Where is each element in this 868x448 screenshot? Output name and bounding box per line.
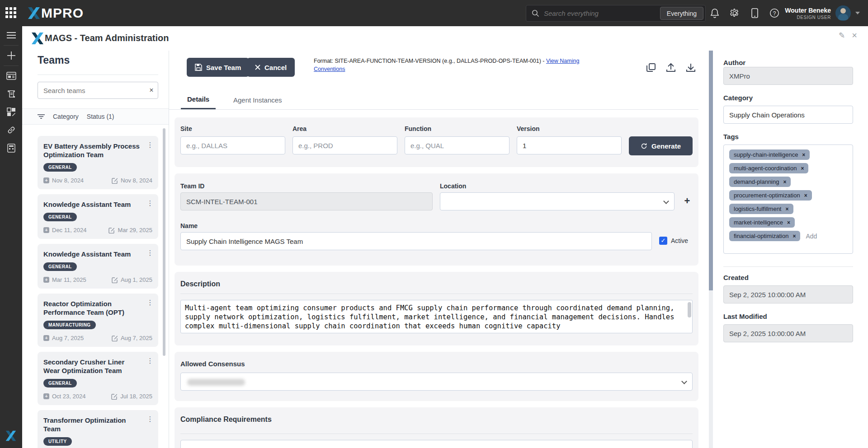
function-input[interactable] — [405, 136, 509, 154]
tag-pill[interactable]: market-intelligence × — [729, 217, 795, 228]
kebab-menu-icon[interactable]: ⋮ — [146, 357, 154, 365]
forms-icon[interactable] — [0, 85, 22, 103]
filter-status[interactable]: Status (1) — [87, 113, 114, 120]
remove-tag-icon[interactable]: × — [801, 165, 804, 172]
upload-icon[interactable] — [665, 62, 676, 73]
modules-blocks-icon[interactable] — [0, 103, 22, 121]
filter-icon[interactable] — [38, 114, 45, 119]
kebab-menu-icon[interactable]: ⋮ — [146, 415, 154, 423]
remove-tag-icon[interactable]: × — [804, 192, 807, 199]
created-label: Created — [723, 274, 749, 281]
kebab-menu-icon[interactable]: ⋮ — [146, 199, 154, 207]
generate-button[interactable]: Generate — [629, 136, 693, 155]
location-select[interactable] — [440, 192, 675, 210]
remove-tag-icon[interactable]: × — [793, 233, 796, 239]
description-scrollbar[interactable] — [688, 302, 691, 317]
team-card[interactable]: Reactor Optimization Performance Team (O… — [38, 294, 158, 347]
compliance-panel: Compliance Requirements — [175, 407, 698, 448]
kebab-menu-icon[interactable]: ⋮ — [146, 249, 154, 257]
menu-hamburger-icon[interactable] — [0, 26, 22, 44]
tag-pill[interactable]: financial-optimization × — [729, 231, 800, 241]
mobile-device-icon[interactable] — [750, 8, 760, 18]
teams-search-input[interactable] — [43, 87, 145, 94]
refresh-icon — [641, 143, 647, 149]
dashboards-icon[interactable] — [0, 67, 22, 85]
tags-box[interactable]: supply-chain-intelligence × multi-agent-… — [723, 145, 853, 254]
naming-format-hint: Format: SITE-AREA-FUNCTION-TEAM-VERSION … — [314, 57, 606, 73]
clear-search-icon[interactable]: × — [145, 86, 158, 94]
description-heading: Description — [180, 280, 220, 288]
tab-agent-instances[interactable]: Agent Instances — [227, 90, 288, 109]
add-new-icon[interactable] — [0, 47, 22, 65]
filter-category[interactable]: Category — [53, 113, 79, 120]
xmpro-bottom-logo[interactable] — [5, 430, 17, 443]
tab-details[interactable]: Details — [181, 90, 216, 109]
details-sidebar: Author Category Tags supply-chain-intell… — [715, 51, 868, 448]
team-created: + Dec 11, 2024 — [43, 227, 86, 233]
edit-pencil-icon[interactable]: ✎ — [837, 31, 846, 40]
user-menu-caret-icon[interactable] — [855, 12, 860, 14]
tag-pill[interactable]: demand-planning × — [729, 177, 791, 187]
app-grid-icon[interactable] — [5, 7, 17, 19]
chevron-down-icon — [663, 198, 669, 204]
xmpro-logo[interactable]: MPRO — [27, 5, 84, 21]
team-name-input[interactable] — [180, 232, 652, 250]
copy-icon[interactable] — [646, 62, 656, 73]
team-card[interactable]: EV Battery Assembly Process Optimization… — [38, 136, 158, 189]
site-input[interactable] — [180, 136, 285, 154]
allowed-consensus-select[interactable] — [180, 373, 693, 391]
team-card[interactable]: Transformer Optimization Team ⋮ UTILITY … — [38, 410, 158, 448]
version-input[interactable] — [517, 136, 622, 154]
divider — [723, 266, 853, 267]
tag-pill[interactable]: supply-chain-intelligence × — [729, 149, 810, 160]
team-category-badge: GENERAL — [43, 163, 77, 172]
user-role: DESIGN USER — [785, 15, 831, 20]
user-menu[interactable]: Wouter Beneke DESIGN USER — [785, 0, 860, 26]
kebab-menu-icon[interactable]: ⋮ — [146, 299, 154, 307]
description-textarea[interactable]: Multi-agent team optimizing consumer pro… — [180, 300, 693, 333]
user-name: Wouter Beneke — [785, 7, 831, 14]
add-tag-button[interactable]: Add — [806, 233, 817, 240]
add-location-button[interactable]: + — [682, 196, 693, 207]
team-category-badge: GENERAL — [43, 379, 77, 387]
remove-tag-icon[interactable]: × — [787, 219, 790, 226]
search-input[interactable] — [544, 9, 660, 17]
category-input[interactable] — [723, 106, 853, 124]
settings-gear-icon[interactable] — [730, 8, 740, 18]
team-card[interactable]: Knowledge Assistant Team ⋮ GENERAL + Dec… — [38, 194, 158, 239]
teams-scrollbar[interactable] — [163, 128, 165, 356]
main-scrollbar-thumb[interactable] — [709, 51, 713, 290]
xmpro-logo-text: MPRO — [41, 5, 84, 21]
tag-pill[interactable]: logistics-fulfillment × — [729, 204, 793, 214]
tag-pill[interactable]: multi-agent-coordination × — [729, 163, 808, 173]
remove-tag-icon[interactable]: × — [785, 206, 788, 212]
save-team-button[interactable]: Save Team — [187, 58, 249, 77]
toolbar-icons — [646, 62, 696, 73]
active-checkbox[interactable]: ✓ — [659, 237, 667, 245]
divider — [180, 434, 693, 434]
help-icon[interactable]: ? — [769, 8, 779, 18]
tag-pill[interactable]: procurement-optimization × — [729, 190, 812, 201]
xmpro-logo-x-icon — [27, 6, 41, 20]
cancel-button[interactable]: Cancel — [247, 58, 295, 77]
area-input[interactable] — [292, 136, 397, 154]
search-scope-button[interactable]: Everything — [660, 7, 703, 20]
compliance-input[interactable] — [180, 440, 693, 448]
calculator-icon[interactable] — [0, 139, 22, 157]
created-date-icon: + — [43, 335, 49, 341]
notifications-bell-icon[interactable] — [710, 8, 720, 18]
remove-tag-icon[interactable]: × — [802, 152, 805, 158]
kebab-menu-icon[interactable]: ⋮ — [146, 141, 154, 149]
remove-tag-icon[interactable]: × — [783, 179, 786, 185]
team-card[interactable]: Secondary Crusher Liner Wear Optimizatio… — [38, 352, 158, 405]
team-modified: Nov 8, 2024 — [112, 177, 152, 184]
user-avatar[interactable] — [835, 5, 851, 21]
identity-panel: Team ID Location + Name ✓ Active — [175, 173, 698, 266]
download-icon[interactable] — [685, 62, 696, 73]
connections-link-icon[interactable] — [0, 121, 22, 139]
team-card[interactable]: Knowledge Assistant Team ⋮ GENERAL + Mar… — [38, 244, 158, 289]
global-search[interactable]: Everything — [526, 5, 706, 22]
top-bar: MPRO Everything ? Wouter Beneke DESIGN U… — [0, 0, 868, 26]
close-icon[interactable]: × — [850, 31, 859, 40]
form-tabs: Details Agent Instances — [169, 90, 698, 110]
